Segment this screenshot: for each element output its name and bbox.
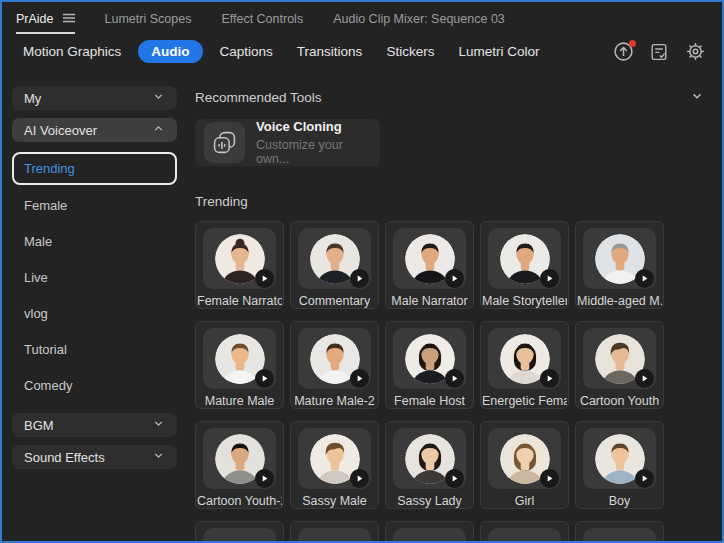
voice-card-partial[interactable] [195,521,284,541]
sidebar-item-male[interactable]: Male [12,223,177,259]
play-icon[interactable] [350,269,369,288]
sidebar-item-trending[interactable]: Trending [12,152,177,185]
voice-label: Cartoon Youth-2 [197,494,282,508]
voice-label: Male Storyteller [482,294,567,308]
content-area: Recommended Tools Voice Cloning Customiz… [187,69,722,541]
voice-label: Cartoon Youth [580,394,659,408]
voice-thumbnail [488,228,561,289]
voice-thumbnail [488,328,561,389]
collapse-section-chevron-icon[interactable] [690,89,704,106]
voice-label: Commentary [299,294,371,308]
notification-dot [629,40,636,47]
play-icon[interactable] [445,469,464,488]
voice-thumbnail [393,428,466,489]
voice-card-partial[interactable] [290,521,379,541]
voice-label: Mature Male [205,394,274,408]
play-icon[interactable] [255,269,274,288]
voice-card-girl[interactable]: Girl [480,421,569,509]
voice-label: Girl [515,494,534,508]
voice-card-energetic-female[interactable]: Energetic Female [480,321,569,409]
voice-card-sassy-male[interactable]: Sassy Male [290,421,379,509]
sidebar-group-my[interactable]: My [12,86,177,110]
upload-icon[interactable] [612,41,634,63]
voice-card-male-narrator[interactable]: Male Narrator [385,221,474,309]
sidebar-group-label: Sound Effects [24,450,105,465]
sidebar: MyAI VoiceoverTrendingFemaleMaleLivevlog… [2,69,187,541]
voice-card-middle-aged-m-[interactable]: Middle-aged M... [575,221,664,309]
category-tab-audio[interactable]: Audio [138,40,202,63]
play-icon[interactable] [540,269,559,288]
voice-label: Sassy Lady [397,494,462,508]
sidebar-item-vlog[interactable]: vlog [12,295,177,331]
play-icon[interactable] [635,269,654,288]
category-tab-stickers[interactable]: Stickers [386,44,434,59]
voice-card-commentary[interactable]: Commentary [290,221,379,309]
play-icon[interactable] [635,469,654,488]
voice-grid: Female NarratorCommentaryMale NarratorMa… [195,221,704,541]
voice-thumbnail [298,228,371,289]
voice-label: Middle-aged M... [577,294,662,308]
voice-card-male-storyteller[interactable]: Male Storyteller [480,221,569,309]
voice-card-mature-male[interactable]: Mature Male [195,321,284,409]
panel-tab-label: Effect Controls [221,12,303,26]
voice-card-mature-male-2[interactable]: Mature Male-2 [290,321,379,409]
category-tab-captions[interactable]: Captions [220,44,273,59]
voice-card-sassy-lady[interactable]: Sassy Lady [385,421,474,509]
voice-card-cartoon-youth[interactable]: Cartoon Youth [575,321,664,409]
voice-thumbnail [488,428,561,489]
sidebar-group-sound-effects[interactable]: Sound Effects [12,445,177,469]
panel-tab-lumetri-scopes[interactable]: Lumetri Scopes [105,2,192,34]
trending-header: Trending [195,194,704,209]
sidebar-item-live[interactable]: Live [12,259,177,295]
voice-thumbnail [583,428,656,489]
voice-card-female-host[interactable]: Female Host [385,321,474,409]
voice-thumbnail [298,528,371,541]
voice-cloning-card[interactable]: Voice Cloning Customize your own... [195,119,380,166]
voice-card-cartoon-youth-2[interactable]: Cartoon Youth-2 [195,421,284,509]
voice-label: Female Narrator [197,294,282,308]
voice-label: Boy [609,494,631,508]
sidebar-item-female[interactable]: Female [12,187,177,223]
voice-thumbnail [298,428,371,489]
sidebar-item-tutorial[interactable]: Tutorial [12,331,177,367]
sidebar-group-bgm[interactable]: BGM [12,413,177,437]
voice-card-boy[interactable]: Boy [575,421,664,509]
voice-card-partial[interactable] [575,521,664,541]
voice-card-partial[interactable] [480,521,569,541]
voice-label: Energetic Female [482,394,567,408]
voice-card-female-narrator[interactable]: Female Narrator [195,221,284,309]
voice-card-partial[interactable] [385,521,474,541]
panel-tab-label: Lumetri Scopes [105,12,192,26]
recommended-tools-header: Recommended Tools [195,89,704,106]
play-icon[interactable] [255,469,274,488]
panel-tab-praide[interactable]: PrAide [16,2,75,34]
recommended-tools-title: Recommended Tools [195,90,322,105]
panel-tab-effect-controls[interactable]: Effect Controls [221,2,303,34]
voice-thumbnail [583,528,656,541]
play-icon[interactable] [445,369,464,388]
panel-tab-audio-clip-mixer-sequence-03[interactable]: Audio Clip Mixer: Sequence 03 [333,2,505,34]
category-tab-transitions[interactable]: Transitions [297,44,363,59]
play-icon[interactable] [445,269,464,288]
play-icon[interactable] [350,469,369,488]
praide-panel-window: PrAideLumetri ScopesEffect ControlsAudio… [0,0,724,543]
category-tabs: Motion GraphicsAudioCaptionsTransitionsS… [23,40,539,63]
play-icon[interactable] [350,369,369,388]
voice-thumbnail [393,228,466,289]
sidebar-group-ai-voiceover[interactable]: AI Voiceover [12,118,177,142]
panel-menu-icon[interactable] [63,12,75,26]
voice-thumbnail [393,528,466,541]
category-tab-lumetri-color[interactable]: Lumetri Color [458,44,539,59]
play-icon[interactable] [635,369,654,388]
play-icon[interactable] [255,369,274,388]
voice-label: Sassy Male [302,494,367,508]
sidebar-item-comedy[interactable]: Comedy [12,367,177,403]
tasks-icon[interactable] [648,41,670,63]
category-tab-motion-graphics[interactable]: Motion Graphics [23,44,121,59]
play-icon[interactable] [540,469,559,488]
sidebar-group-label: AI Voiceover [24,123,97,138]
panel-tab-label: Audio Clip Mixer: Sequence 03 [333,12,505,26]
settings-icon[interactable] [684,41,706,63]
voiceover-category-list: TrendingFemaleMaleLivevlogTutorialComedy [12,152,177,413]
play-icon[interactable] [540,369,559,388]
